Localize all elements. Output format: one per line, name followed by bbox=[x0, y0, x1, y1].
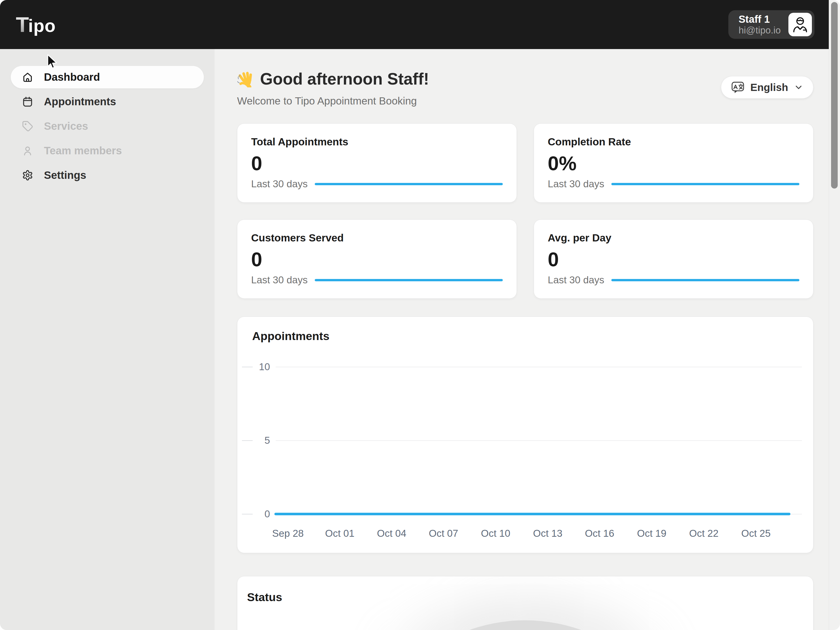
tipo-logo-t: T bbox=[16, 13, 29, 36]
stat-value: 0% bbox=[548, 153, 799, 173]
x-tick-label: Oct 22 bbox=[689, 528, 718, 539]
stat-period-label: Last 30 days bbox=[251, 275, 308, 286]
stat-value: 0 bbox=[251, 153, 503, 173]
status-chart-card: Status bbox=[237, 576, 813, 630]
status-title: Status bbox=[247, 591, 282, 604]
sparkline bbox=[611, 183, 799, 185]
home-icon bbox=[22, 71, 33, 83]
stat-period-row: Last 30 days bbox=[548, 178, 799, 189]
sparkline bbox=[315, 279, 503, 281]
main-content: Good afternoon Staff! Welcome to Tipo Ap… bbox=[215, 49, 829, 630]
stat-card-customers-served: Customers Served 0 Last 30 days bbox=[237, 219, 517, 298]
y-tick-mark bbox=[242, 440, 253, 441]
tipo-logo-rest: ipo bbox=[28, 16, 56, 36]
x-tick-label: Oct 04 bbox=[377, 528, 406, 539]
x-tick-label: Oct 25 bbox=[741, 528, 771, 539]
tag-icon bbox=[22, 121, 33, 132]
wave-emoji-icon bbox=[237, 71, 254, 87]
x-tick-label: Oct 07 bbox=[429, 528, 458, 539]
y-tick-label: 0 bbox=[254, 508, 270, 519]
sidebar: Dashboard Appointments Services Team mem… bbox=[0, 49, 215, 630]
sidebar-item-dashboard[interactable]: Dashboard bbox=[11, 66, 204, 88]
x-tick-label: Oct 16 bbox=[585, 528, 614, 539]
staff-person-icon bbox=[791, 15, 809, 34]
sidebar-item-appointments[interactable]: Appointments bbox=[11, 90, 204, 113]
status-donut-empty bbox=[359, 620, 691, 630]
stat-period-label: Last 30 days bbox=[251, 178, 308, 189]
gridline-10: 10 bbox=[237, 361, 813, 373]
stat-period-row: Last 30 days bbox=[251, 178, 503, 189]
stat-value: 0 bbox=[548, 249, 799, 269]
user-menu[interactable]: Staff 1 hi@tipo.io bbox=[728, 10, 815, 39]
translate-icon bbox=[731, 81, 745, 94]
x-tick-label: Oct 19 bbox=[637, 528, 666, 539]
user-name: Staff 1 bbox=[739, 13, 781, 25]
sparkline bbox=[611, 279, 799, 281]
sparkline bbox=[315, 183, 503, 185]
stat-card-total-appointments: Total Appointments 0 Last 30 days bbox=[237, 123, 517, 202]
sidebar-item-label: Settings bbox=[44, 169, 86, 182]
y-tick-label: 5 bbox=[254, 435, 270, 446]
gridline bbox=[276, 366, 802, 367]
stat-title: Completion Rate bbox=[548, 136, 799, 148]
gridline-5: 5 bbox=[237, 435, 813, 446]
greeting-subtitle: Welcome to Tipo Appointment Booking bbox=[237, 95, 429, 107]
stat-title: Avg. per Day bbox=[548, 232, 799, 244]
x-tick-label: Oct 10 bbox=[481, 528, 510, 539]
stat-period-label: Last 30 days bbox=[548, 178, 604, 189]
scrollbar-thumb[interactable] bbox=[831, 2, 838, 188]
user-info: Staff 1 hi@tipo.io bbox=[739, 13, 781, 36]
gear-icon bbox=[22, 170, 33, 181]
sidebar-item-services: Services bbox=[11, 115, 204, 137]
stat-period-row: Last 30 days bbox=[548, 275, 799, 286]
greeting-title-text: Good afternoon Staff! bbox=[260, 71, 429, 87]
stat-card-completion-rate: Completion Rate 0% Last 30 days bbox=[534, 123, 813, 202]
sidebar-item-label: Team members bbox=[44, 145, 122, 157]
x-tick-label: Oct 01 bbox=[325, 528, 355, 539]
greeting-block: Good afternoon Staff! Welcome to Tipo Ap… bbox=[237, 71, 429, 107]
scrollbar-track[interactable] bbox=[829, 0, 840, 630]
stat-card-avg-per-day: Avg. per Day 0 Last 30 days bbox=[534, 219, 813, 298]
stat-title: Customers Served bbox=[251, 232, 503, 244]
chevron-down-icon bbox=[794, 82, 804, 92]
page-title: Good afternoon Staff! bbox=[237, 71, 429, 87]
appointments-chart-card: Appointments 10 5 0 Sep 28 Oct 01 Oct 0 bbox=[237, 317, 813, 553]
avatar[interactable] bbox=[788, 13, 812, 36]
y-tick-mark bbox=[242, 366, 253, 367]
stats-grid: Total Appointments 0 Last 30 days Comple… bbox=[237, 123, 813, 298]
appointments-series-line bbox=[275, 513, 790, 515]
user-email: hi@tipo.io bbox=[739, 25, 781, 36]
stat-period-label: Last 30 days bbox=[548, 275, 604, 286]
tipo-logo: Tipo bbox=[16, 12, 56, 37]
user-icon bbox=[22, 145, 33, 156]
stat-value: 0 bbox=[251, 249, 503, 269]
x-tick-label: Oct 13 bbox=[533, 528, 562, 539]
x-tick-label: Sep 28 bbox=[272, 528, 304, 539]
top-bar: Tipo Staff 1 hi@tipo.io bbox=[0, 0, 829, 49]
sidebar-item-label: Appointments bbox=[44, 96, 116, 108]
language-label: English bbox=[750, 82, 788, 93]
y-tick-label: 10 bbox=[254, 361, 270, 373]
y-tick-mark bbox=[242, 514, 253, 515]
sidebar-item-label: Services bbox=[44, 120, 88, 132]
calendar-icon bbox=[22, 96, 33, 107]
stat-title: Total Appointments bbox=[251, 136, 503, 148]
language-selector-button[interactable]: English bbox=[721, 76, 813, 99]
x-axis: Sep 28 Oct 01 Oct 04 Oct 07 Oct 10 Oct 1… bbox=[237, 528, 813, 540]
app-window: Tipo Staff 1 hi@tipo.io Dashb bbox=[0, 0, 840, 630]
stat-period-row: Last 30 days bbox=[251, 275, 503, 286]
greeting-row: Good afternoon Staff! Welcome to Tipo Ap… bbox=[237, 71, 813, 107]
sidebar-item-settings[interactable]: Settings bbox=[11, 164, 204, 186]
sidebar-item-label: Dashboard bbox=[44, 71, 100, 83]
chart-title: Appointments bbox=[252, 330, 329, 343]
sidebar-item-team-members: Team members bbox=[11, 139, 204, 162]
gridline bbox=[276, 440, 802, 441]
